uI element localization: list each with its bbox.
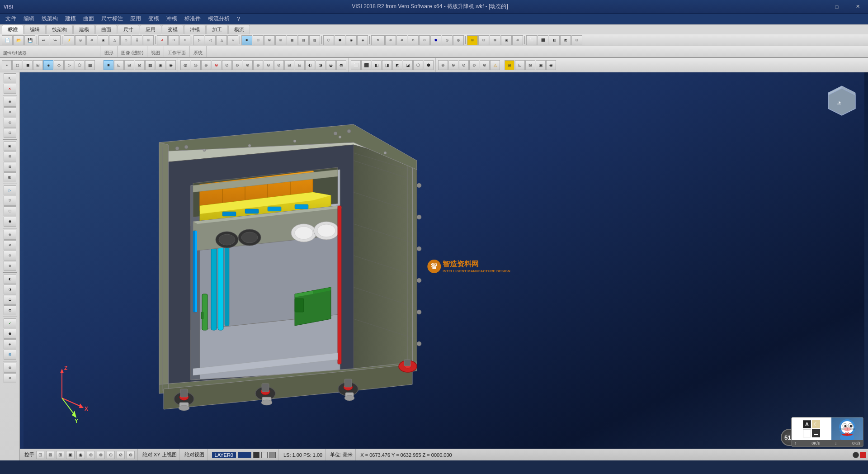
undo-button[interactable]: ↩ xyxy=(38,35,49,45)
wp-btn3[interactable]: ⊙ xyxy=(459,60,469,70)
tab-varmod[interactable]: 变模 xyxy=(162,25,184,34)
img-btn4[interactable]: ⊗ xyxy=(212,60,222,70)
tool-btn7[interactable]: ▽ xyxy=(227,35,238,45)
lt-tool9[interactable]: ▷ xyxy=(4,185,16,195)
wp-btn6[interactable]: △ xyxy=(490,60,500,70)
snap-btn2[interactable]: ◎ xyxy=(75,35,86,45)
lt-tool15[interactable]: ⊙ xyxy=(4,251,16,261)
redo-button[interactable]: ↪ xyxy=(50,35,61,45)
snap-btn7[interactable]: ╋ xyxy=(132,35,142,45)
open-button[interactable]: 📂 xyxy=(13,35,24,45)
tool-btn1[interactable]: A xyxy=(157,35,168,45)
extra-btn8[interactable]: ◍ xyxy=(453,35,464,45)
view-vbtn4[interactable]: ◨ xyxy=(382,60,392,70)
filter-btn4[interactable]: ⊞ xyxy=(33,60,43,70)
filter-btn9[interactable]: ▩ xyxy=(85,60,95,70)
view-vbtn3[interactable]: ◧ xyxy=(372,60,382,70)
img-btn2[interactable]: ◎ xyxy=(191,60,201,70)
view-btn6[interactable]: ▤ xyxy=(298,35,309,45)
img-btn10[interactable]: ⊝ xyxy=(274,60,284,70)
shape-btn6[interactable]: ▣ xyxy=(156,60,165,70)
tab-apply[interactable]: 应用 xyxy=(140,25,161,34)
sys-btn6[interactable]: ⬜ xyxy=(526,35,537,45)
lt-tool12[interactable]: ⬢ xyxy=(4,217,16,227)
tab-standard[interactable]: 标准 xyxy=(2,25,24,34)
lt-tool1[interactable]: ◉ xyxy=(4,97,16,107)
filter-btn3[interactable]: ◼ xyxy=(23,60,33,70)
snap-btn8[interactable]: ⊞ xyxy=(143,35,154,45)
wp-btn5[interactable]: ⊛ xyxy=(480,60,490,70)
filter-btn2[interactable]: ◻ xyxy=(12,60,22,70)
viewport[interactable]: Z X Y 上 智 xyxy=(20,72,868,460)
tab-modeling[interactable]: 建模 xyxy=(73,25,95,34)
render-btn2[interactable]: ⬢ xyxy=(335,35,345,45)
menu-injection[interactable]: 变模 xyxy=(145,14,163,24)
extra-btn4[interactable]: ⊘ xyxy=(408,35,419,45)
tab-dimension[interactable]: 尺寸 xyxy=(118,25,139,34)
lt-tool5[interactable]: ▣ xyxy=(4,141,16,151)
lt-tool8[interactable]: ◧ xyxy=(4,172,16,182)
view-vbtn2[interactable]: ⬛ xyxy=(361,60,371,70)
menu-help[interactable]: ? xyxy=(233,15,244,23)
filter-btn6[interactable]: ◇ xyxy=(54,60,64,70)
render-btn4[interactable]: ◈ xyxy=(357,35,368,45)
sys-btn9[interactable]: ◩ xyxy=(560,35,571,45)
snap-btn3[interactable]: ⊕ xyxy=(86,35,97,45)
lt-tool7[interactable]: ⊠ xyxy=(4,162,16,172)
sys-btn3[interactable]: ⊠ xyxy=(490,35,500,45)
menu-surface[interactable]: 曲面 xyxy=(80,14,98,24)
sys-btn4[interactable]: ▣ xyxy=(501,35,512,45)
sb-btn8[interactable]: ⊙ xyxy=(107,451,115,459)
menu-standard[interactable]: 标准件 xyxy=(181,14,204,24)
tab-moldflow[interactable]: 模流 xyxy=(228,25,250,34)
lt-tool11[interactable]: ⬡ xyxy=(4,206,16,216)
extra-btn7[interactable]: ◎ xyxy=(442,35,453,45)
img-btn11[interactable]: ⊞ xyxy=(284,60,294,70)
snap-btn5[interactable]: △ xyxy=(109,35,120,45)
filter-btn1[interactable]: ▪ xyxy=(2,60,12,70)
shape-btn4[interactable]: ⊠ xyxy=(135,60,145,70)
sb-btn5[interactable]: ◉ xyxy=(76,451,85,459)
shape-btn3[interactable]: ⊞ xyxy=(124,60,134,70)
menu-mold-flow[interactable]: 模流分析 xyxy=(204,14,233,24)
img-btn1[interactable]: ◍ xyxy=(180,60,190,70)
img-btn16[interactable]: ◓ xyxy=(336,60,346,70)
view-btn3[interactable]: ⊠ xyxy=(264,35,275,45)
new-button[interactable]: 📄 xyxy=(2,35,13,45)
filter-btn8[interactable]: ⬡ xyxy=(75,60,85,70)
menu-modeling[interactable]: 建模 xyxy=(61,14,80,24)
tool-btn2[interactable]: B xyxy=(168,35,179,45)
sys-btn10[interactable]: ⊟ xyxy=(571,35,582,45)
view-vbtn6[interactable]: ◪ xyxy=(403,60,413,70)
lt-tool13[interactable]: ⊗ xyxy=(4,230,16,240)
lt-select[interactable]: ↖ xyxy=(4,73,16,83)
sb-btn4[interactable]: ▣ xyxy=(66,451,75,459)
extra-btn3[interactable]: ⊗ xyxy=(396,35,407,45)
tab-wireframe[interactable]: 线架构 xyxy=(46,25,73,34)
sb-btn7[interactable]: ⊗ xyxy=(97,451,105,459)
lt-tool24[interactable]: ⊠ xyxy=(4,350,16,360)
lt-tool10[interactable]: ▽ xyxy=(4,196,16,206)
tool-btn6[interactable]: △ xyxy=(216,35,227,45)
lt-tool3[interactable]: ◎ xyxy=(4,118,16,128)
view-btn4[interactable]: ⊞ xyxy=(275,35,286,45)
snap-btn4[interactable]: ▣ xyxy=(98,35,108,45)
shape-btn7[interactable]: ◉ xyxy=(166,60,176,70)
tool-btn5[interactable]: ◁ xyxy=(205,35,216,45)
sb-btn2[interactable]: ⊠ xyxy=(46,451,54,459)
view-btn7[interactable]: ▧ xyxy=(309,35,320,45)
lt-tool25[interactable]: ◍ xyxy=(4,363,16,373)
view-btn1[interactable]: ■ xyxy=(241,35,252,45)
sys-extra5[interactable]: ◉ xyxy=(546,60,556,70)
sys-extra3[interactable]: ⊠ xyxy=(525,60,535,70)
lt-tool21[interactable]: ✓ xyxy=(4,318,16,328)
lt-tool18[interactable]: ◑ xyxy=(4,284,16,294)
minimize-button[interactable]: ─ xyxy=(806,0,826,14)
render-btn3[interactable]: ◉ xyxy=(346,35,357,45)
lt-cross[interactable]: ✕ xyxy=(4,84,16,94)
tab-surface[interactable]: 曲面 xyxy=(95,25,117,34)
img-btn9[interactable]: ⊜ xyxy=(264,60,274,70)
sys-extra1[interactable]: ⊞ xyxy=(505,60,514,70)
shape-btn2[interactable]: ⊡ xyxy=(114,60,124,70)
lt-tool19[interactable]: ◒ xyxy=(4,295,16,305)
